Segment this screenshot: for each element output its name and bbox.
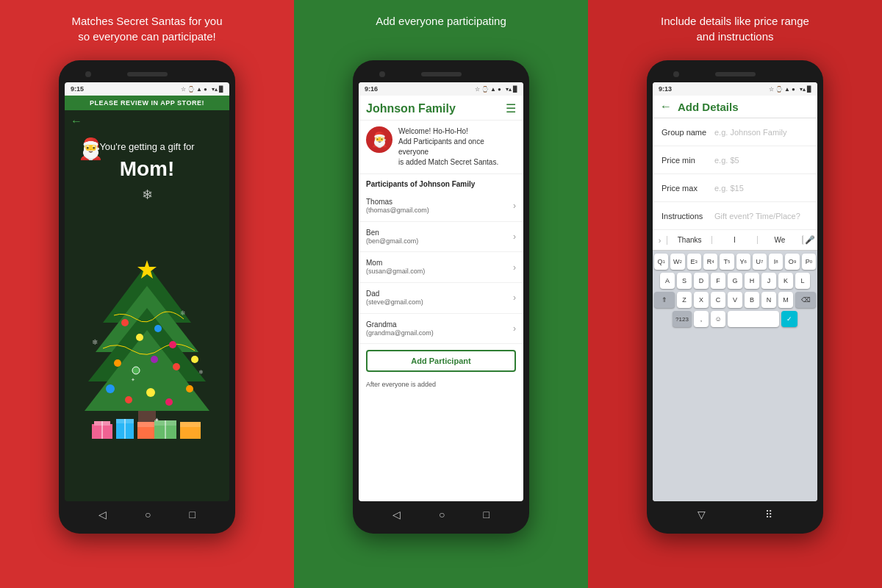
kb-key-m[interactable]: M	[778, 292, 793, 308]
nav-bar-left: ◁ ○ □	[65, 501, 229, 528]
participant-name: Mom	[366, 258, 425, 268]
kb-key-f[interactable]: F	[711, 273, 725, 289]
kb-key-v[interactable]: V	[728, 292, 742, 308]
price-max-row: Price max e.g. $15	[653, 174, 817, 202]
svg-point-9	[169, 341, 176, 348]
tagline-center: Add everyone participating	[376, 13, 506, 49]
price-max-input[interactable]: e.g. $15	[714, 184, 808, 193]
chevron-icon: ›	[513, 201, 516, 211]
kb-key-c[interactable]: C	[711, 292, 725, 308]
suggest-i[interactable]: I	[712, 236, 757, 244]
nav-back-btn[interactable]: ◁	[98, 509, 107, 520]
kb-key-d[interactable]: D	[694, 273, 709, 289]
status-bar-center: 9:16 ☆⌚▲● ▾▴ ▉	[359, 82, 523, 96]
participant-ben[interactable]: Ben (ben@gmail.com) ›	[359, 222, 523, 253]
status-bar-left: 9:15 ☆⌚▲● ▾▴ ▉	[65, 82, 229, 96]
group-name-row: Group name e.g. Johnson Family	[653, 118, 817, 146]
participant-email: (thomas@gmail.com)	[366, 207, 429, 215]
kb-shift-key[interactable]: ⇑	[654, 292, 675, 308]
participant-mom[interactable]: Mom (susan@gmail.com) ›	[359, 252, 523, 283]
kb-space-key[interactable]	[728, 311, 779, 327]
mic-icon[interactable]: 🎤	[803, 235, 817, 245]
kb-key-h[interactable]: H	[745, 273, 759, 289]
kb-key-i[interactable]: I8	[769, 254, 783, 270]
nav-recent-btn[interactable]: ⠿	[765, 509, 772, 520]
kb-key-a[interactable]: A	[660, 273, 675, 289]
kb-delete-key[interactable]: ⌫	[795, 292, 816, 308]
svg-point-12	[151, 356, 158, 363]
instructions-input[interactable]: Gift event? Time/Place?	[714, 212, 808, 220]
kb-comma-key[interactable]: ,	[694, 311, 709, 327]
nav-recent-btn[interactable]: □	[190, 509, 196, 520]
panel-center: Add everyone participating 9:16 ☆⌚▲● ▾▴ …	[294, 0, 588, 588]
kb-key-k[interactable]: K	[778, 273, 793, 289]
svg-point-10	[114, 359, 121, 367]
kb-key-g[interactable]: G	[728, 273, 742, 289]
status-bar-right: 9:13 ☆⌚▲● ▾▴ ▉	[653, 82, 817, 96]
suggest-thanks[interactable]: Thanks	[667, 236, 712, 244]
chevron-icon: ›	[513, 262, 516, 273]
kb-key-s[interactable]: S	[677, 273, 692, 289]
kb-enter-key[interactable]: ✓	[781, 311, 797, 327]
group-name-label: Group name	[662, 128, 714, 137]
kb-key-t[interactable]: T5	[720, 254, 734, 270]
details-header: ← Add Details	[653, 96, 817, 118]
kb-key-r[interactable]: R4	[703, 254, 717, 270]
christmas-tree: ❄ ❄ ❄	[72, 203, 222, 501]
after-text: After everyone is added	[359, 378, 523, 391]
svg-point-19	[186, 385, 193, 392]
participant-dad[interactable]: Dad (steve@gmail.com) ›	[359, 283, 523, 314]
nav-back-btn[interactable]: ▽	[698, 509, 706, 520]
svg-text:❄: ❄	[92, 338, 98, 346]
price-min-input[interactable]: e.g. $5	[714, 156, 808, 165]
svg-point-15	[106, 384, 115, 393]
kb-key-z[interactable]: Z	[677, 292, 692, 308]
back-arrow-icon[interactable]: ←	[660, 100, 672, 113]
add-participant-button[interactable]: Add Participant	[366, 350, 516, 372]
participant-email: (ben@gmail.com)	[366, 237, 418, 246]
kb-key-u[interactable]: U7	[753, 254, 767, 270]
svg-rect-35	[180, 422, 201, 427]
santa-avatar: 🎅	[366, 126, 392, 153]
review-banner[interactable]: PLEASE REVIEW IN APP STORE!	[65, 96, 229, 110]
svg-point-17	[146, 388, 155, 397]
kb-key-x[interactable]: X	[694, 292, 709, 308]
kb-key-n[interactable]: N	[761, 292, 776, 308]
kb-key-p[interactable]: P0	[802, 254, 816, 270]
gift-label: You're getting a gift for	[99, 141, 194, 152]
participant-thomas[interactable]: Thomas (thomas@gmail.com) ›	[359, 191, 523, 222]
kb-key-j[interactable]: J	[761, 273, 776, 289]
participant-name: Thomas	[366, 197, 429, 207]
nav-back-btn[interactable]: ◁	[392, 509, 401, 520]
gift-recipient: Mom!	[120, 157, 175, 181]
participant-name: Ben	[366, 228, 418, 237]
kb-key-q[interactable]: Q1	[654, 254, 668, 270]
kb-num-key[interactable]: ?123	[673, 311, 692, 327]
kb-emoji-key[interactable]: ☺	[711, 311, 725, 327]
kb-key-b[interactable]: B	[745, 292, 759, 308]
back-arrow-icon[interactable]: ←	[71, 115, 82, 128]
group-name-input[interactable]: e.g. Johnson Family	[714, 128, 808, 137]
kb-key-l[interactable]: L	[795, 273, 810, 289]
kb-key-o[interactable]: O9	[785, 254, 799, 270]
kb-row-numbers: Q1 W2 E3 R4 T5 Y6 U7 I8 O9 P0	[654, 254, 816, 270]
kb-key-w[interactable]: W2	[670, 254, 684, 270]
svg-point-6	[121, 319, 129, 326]
snowflake-icon: ❄	[142, 187, 153, 203]
kb-key-y[interactable]: Y6	[736, 254, 750, 270]
svg-text:✦: ✦	[131, 377, 135, 382]
nav-recent-btn[interactable]: □	[484, 509, 490, 520]
welcome-section: 🎅 Welcome! Ho-Ho-Ho!Add Participants and…	[359, 121, 523, 174]
participant-grandma[interactable]: Grandma (grandma@gmail.com) ›	[359, 314, 523, 345]
price-max-label: Price max	[662, 184, 714, 193]
hamburger-icon[interactable]: ☰	[506, 101, 516, 115]
panel-left: Matches Secret Santas for youso everyone…	[0, 0, 294, 588]
nav-home-btn[interactable]: ○	[439, 509, 445, 520]
nav-home-btn[interactable]: ○	[145, 509, 151, 520]
price-min-row: Price min e.g. $5	[653, 146, 817, 174]
kb-key-e[interactable]: E3	[687, 254, 701, 270]
kb-row-3: ⇑ Z X C V B N M ⌫	[654, 292, 816, 308]
suggest-we[interactable]: We	[758, 236, 803, 244]
chevron-icon: ›	[513, 293, 516, 303]
svg-point-18	[165, 398, 173, 406]
